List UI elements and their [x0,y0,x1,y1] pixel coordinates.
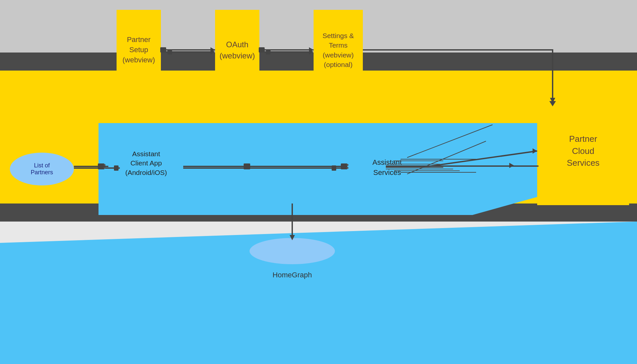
oauth-box: OAuth (webview) [215,10,259,90]
partner-setup-box: Partner Setup (webview) [117,10,161,90]
arrow-services-right-line [386,165,511,167]
homegraph-ellipse [250,238,335,264]
arrow-client-to-services [183,165,341,171]
settings-terms-label: Settings & Terms (webview) (optional) [322,31,354,70]
assistant-client-app-label: Assistant Client App (Android/iOS) [110,149,182,177]
arrow-to-homegraph-v [292,203,293,239]
settings-terms-box: Settings & Terms (webview) (optional) [314,10,363,90]
list-of-partners-ellipse: List of Partners [10,153,74,185]
partner-cloud-box: Partner Cloud Services [537,97,629,205]
arrow-settings-h [363,49,553,51]
list-of-partners-text: List of Partners [31,162,53,176]
assistant-services-label: Assistant Services [346,158,428,178]
partner-cloud-label: Partner Cloud Services [567,133,600,169]
oauth-label: OAuth (webview) [219,39,255,61]
arrow-settings-v [552,49,553,102]
homegraph-label: HomeGraph [250,271,335,279]
partner-setup-label: Partner Setup (webview) [122,35,155,65]
arrow-right-extra [512,165,538,167]
arrow-setup-to-oauth [161,49,215,54]
arrow-oauth-to-settings [259,49,314,54]
arrow-settings-head [549,101,556,106]
